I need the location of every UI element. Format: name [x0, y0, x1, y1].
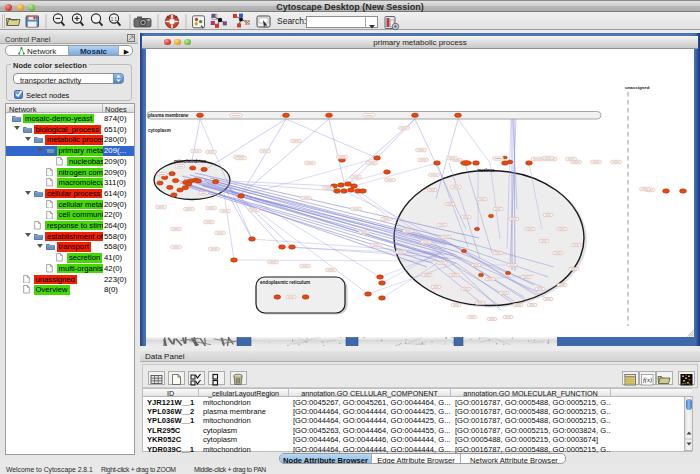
svg-text:cytoplasm: cytoplasm — [148, 127, 171, 132]
svg-text:nucleus: nucleus — [477, 168, 495, 173]
svg-text:plasma membrane: plasma membrane — [148, 113, 189, 118]
svg-text:1:1: 1:1 — [111, 17, 118, 22]
svg-text:Search:: Search: — [277, 16, 306, 26]
svg-text:mitochondrion: mitochondrion — [174, 158, 206, 163]
svg-text:unassigned: unassigned — [625, 85, 650, 90]
svg-text:endoplasmic reticulum: endoplasmic reticulum — [260, 279, 310, 284]
svg-text:f(x): f(x) — [643, 376, 652, 384]
